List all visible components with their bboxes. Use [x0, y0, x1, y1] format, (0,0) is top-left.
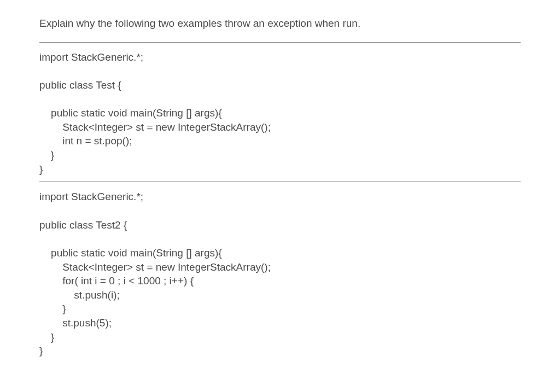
divider-1 [39, 42, 521, 43]
divider-2 [39, 182, 521, 182]
code-example-1: import StackGeneric.*; public class Test… [39, 50, 521, 177]
code-example-2: import StackGeneric.*; public class Test… [39, 190, 521, 358]
question-text: Explain why the following two examples t… [39, 16, 521, 31]
